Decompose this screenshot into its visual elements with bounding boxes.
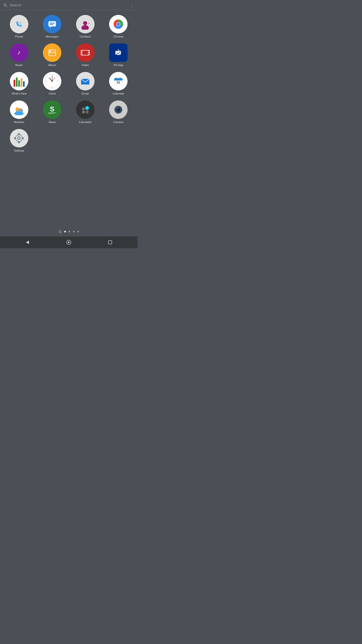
app-calendar[interactable]: 31 Calendar <box>103 72 134 96</box>
search-icon <box>3 3 7 7</box>
settings-icon <box>10 129 28 148</box>
settings-label: Settings <box>14 149 24 152</box>
app-calculator[interactable]: C + ✕ = Calculator <box>69 100 101 124</box>
app-settings[interactable]: Settings <box>3 129 35 152</box>
svg-point-23 <box>49 50 51 52</box>
svg-rect-25 <box>81 50 82 51</box>
back-button[interactable] <box>23 238 31 246</box>
svg-rect-28 <box>88 50 89 51</box>
app-weather[interactable]: Weather <box>3 100 35 124</box>
svg-rect-12 <box>50 23 55 24</box>
page-indicators <box>0 227 137 235</box>
app-news[interactable]: S News <box>36 100 68 124</box>
contacts-icon <box>76 15 94 33</box>
svg-rect-97 <box>108 241 112 244</box>
search-input-label: Search <box>10 3 128 8</box>
svg-point-15 <box>81 25 89 30</box>
svg-point-51 <box>51 80 53 82</box>
svg-rect-42 <box>118 54 121 54</box>
camera-label: Camera <box>113 120 123 124</box>
svg-rect-11 <box>48 21 56 26</box>
album-icon <box>43 44 61 62</box>
app-video[interactable]: Video <box>69 44 101 67</box>
svg-rect-30 <box>88 54 89 54</box>
email-label: Email <box>82 92 89 96</box>
svg-rect-37 <box>117 51 118 54</box>
calculator-label: Calculator <box>79 120 92 124</box>
svg-line-1 <box>6 6 7 7</box>
phone-label: Phone <box>15 35 23 38</box>
search-bar[interactable]: Search ⋮ <box>0 0 137 10</box>
svg-text:C: C <box>86 107 88 109</box>
svg-text:S: S <box>50 105 54 113</box>
chrome-label: Chrome <box>113 35 123 38</box>
calendar-label: Calendar <box>113 92 124 96</box>
svg-text:31: 31 <box>116 80 120 84</box>
more-options-icon[interactable]: ⋮ <box>130 3 134 8</box>
recents-button[interactable] <box>106 238 114 246</box>
music-label: Music <box>15 64 23 67</box>
psapp-icon: ⏻ <box>109 44 128 62</box>
news-icon: S <box>43 100 61 119</box>
svg-rect-39 <box>118 51 119 53</box>
calendar-icon: 31 <box>109 72 128 90</box>
album-label: Album <box>48 64 56 67</box>
psapp-label: PS App <box>114 64 123 67</box>
svg-point-20 <box>117 22 120 26</box>
clock-icon <box>43 72 61 90</box>
phone-icon <box>10 15 28 33</box>
chrome-icon <box>109 15 128 33</box>
app-whatsnew[interactable]: What's New <box>3 72 35 96</box>
video-icon <box>76 44 94 62</box>
svg-marker-94 <box>26 241 29 244</box>
app-phone[interactable]: Phone <box>3 15 35 38</box>
weather-label: Weather <box>14 120 24 124</box>
svg-point-96 <box>68 242 69 243</box>
app-email[interactable]: Email <box>69 72 101 96</box>
messages-icon <box>43 15 61 33</box>
video-label: Video <box>82 64 89 67</box>
app-camera[interactable]: Camera <box>103 100 134 124</box>
svg-point-7 <box>20 23 21 24</box>
app-chrome[interactable]: Chrome <box>103 15 134 38</box>
music-icon: ♪ <box>10 44 28 62</box>
svg-rect-13 <box>50 24 53 25</box>
app-music[interactable]: ♪ Music <box>3 44 35 67</box>
svg-point-91 <box>18 137 20 139</box>
email-icon <box>76 72 94 90</box>
svg-point-3 <box>18 22 19 23</box>
svg-rect-57 <box>116 78 117 79</box>
svg-line-93 <box>61 232 61 233</box>
page-dot-2[interactable] <box>68 231 70 232</box>
svg-rect-27 <box>81 54 82 54</box>
page-dot-3[interactable] <box>73 231 75 232</box>
home-button[interactable] <box>64 238 73 246</box>
svg-text:+: + <box>83 108 84 110</box>
svg-point-16 <box>88 23 89 24</box>
svg-point-6 <box>18 23 19 24</box>
app-clock[interactable]: Clock <box>36 72 68 96</box>
svg-rect-26 <box>81 52 82 53</box>
svg-rect-29 <box>88 52 89 53</box>
whatsnew-label: What's New <box>11 92 27 96</box>
svg-point-14 <box>83 21 87 25</box>
news-label: News <box>49 120 56 124</box>
app-album[interactable]: Album <box>36 44 68 67</box>
weather-icon <box>10 100 28 119</box>
app-psapp[interactable]: ⏻ PS App <box>103 44 134 67</box>
messages-label: Messages <box>46 35 59 38</box>
search-page-indicator <box>58 230 61 233</box>
svg-text:♪: ♪ <box>17 49 20 56</box>
svg-rect-58 <box>120 78 120 79</box>
clock-label: Clock <box>49 92 56 96</box>
contacts-label: Contacts <box>80 35 91 38</box>
app-contacts[interactable]: Contacts <box>69 15 101 38</box>
calculator-icon: C + ✕ = <box>76 100 94 119</box>
svg-rect-55 <box>114 79 122 80</box>
svg-text:✕: ✕ <box>82 111 84 113</box>
bottom-nav <box>0 236 137 248</box>
page-dot-4[interactable] <box>77 231 79 232</box>
app-messages[interactable]: Messages <box>36 15 68 38</box>
whatsnew-icon <box>10 72 28 90</box>
page-dot-1[interactable] <box>64 231 66 232</box>
